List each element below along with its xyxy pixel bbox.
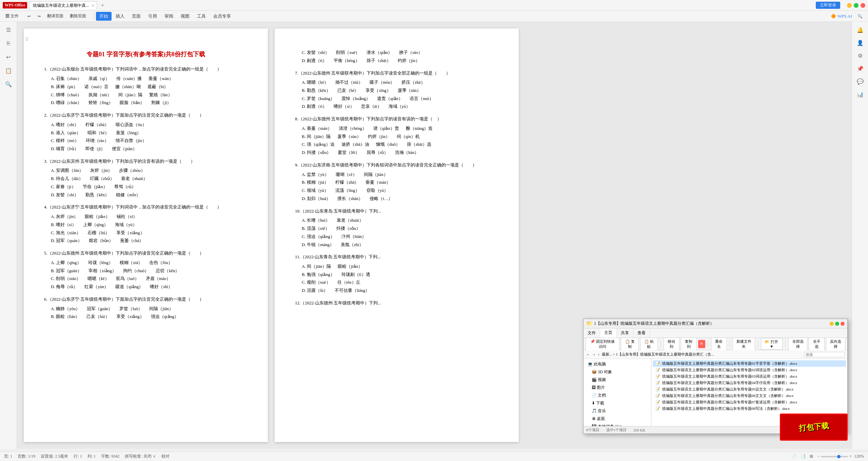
document-tab[interactable]: 统编版五年级语文上册期中真... ✕: [29, 1, 97, 9]
q2-option-b: B. 港入（qiān）唱和（hé）葱茏（lóng）: [51, 129, 248, 137]
fe-tab-view[interactable]: 查看: [633, 328, 650, 338]
fe-newfolder-btn[interactable]: 新建文件夹: [732, 338, 755, 350]
right-bell-icon[interactable]: 🔔: [855, 24, 866, 35]
menu-view[interactable]: 视图: [177, 12, 193, 21]
right-settings-icon[interactable]: ⚙: [855, 50, 866, 61]
status-proofread[interactable]: 校对: [161, 454, 170, 459]
q1-option-a: A. 召集（zhāo）亲戚（qì）传（cuān）播垂蔓（wàn）: [51, 75, 248, 83]
maximize-btn[interactable]: [854, 3, 859, 8]
fe-file-3[interactable]: 📝 统编版五年级语文上册期中真题分类汇编山东专用专题03词语运用（含解析）.do…: [653, 373, 846, 380]
fe-file-2[interactable]: 📝 统编版五年级语文上册期中真题分类汇编山东专用专题02词语运用（含解析）.do…: [653, 367, 846, 373]
fe-path-arrow-right[interactable]: →: [592, 353, 596, 357]
fe-file-3-icon: 📝: [655, 374, 660, 379]
add-tab-btn[interactable]: +: [99, 2, 106, 8]
question-12: 12.（2022·山东德州·五年级统考期中）下列...: [295, 299, 498, 307]
view-btn-single[interactable]: 📄: [791, 454, 796, 459]
fe-tree-music[interactable]: 🎵 音乐: [585, 407, 650, 415]
fe-file-8[interactable]: 📝 统编版五年级语文上册期中真题分类汇编山东专用专题08写法（含解析）.docx: [653, 405, 846, 412]
question-3: 3.（2022·山东滨州·五年级统考期中）下列加点字的注音有误的一项是（ ） A…: [44, 157, 248, 199]
zoom-thumb[interactable]: [837, 455, 841, 458]
q7-option-c: C. 罗筐（kuāng）震悼（huǎng）遣责（qiǎn）语言（nuò）: [302, 95, 498, 103]
question-7: 7.（2022·山东德州·五年级联考期中）下列加点字读音全部正确的一组是（ ） …: [295, 69, 498, 111]
fe-move-btn[interactable]: 移动到: [664, 338, 679, 350]
fe-file-1[interactable]: 📝 统编版五年级语文上册期中真题分类汇编山东专用专题01字音字形（含解析）.do…: [653, 360, 846, 367]
redo-btn[interactable]: ↪: [35, 13, 43, 20]
fe-tree-this-pc[interactable]: 💻 此电脑: [585, 360, 650, 368]
fe-tree-c-drive[interactable]: 💾 本地磁盘 (C:): [585, 423, 650, 426]
q1-option-c: C. 绑缚（chuò）执拗（niù）间（jiàn）隔繁殖（fán）: [51, 91, 248, 99]
fe-tab-share[interactable]: 共享: [617, 328, 633, 338]
login-btn[interactable]: 立即登录: [816, 2, 840, 9]
menu-reference[interactable]: 引用: [145, 12, 160, 21]
fe-path-arrow-left[interactable]: ←: [586, 353, 590, 357]
fe-tree-3d[interactable]: 📦 3D 对象: [585, 368, 650, 376]
question-11: 11.（2022·山东青岛·五年级统考期中）下列... A. 间（jiān）隔眼…: [295, 253, 498, 295]
menu-review[interactable]: 审阅: [161, 12, 177, 21]
menu-insert[interactable]: 插入: [112, 12, 128, 21]
fe-path-arrow-up[interactable]: ↑: [598, 353, 600, 357]
sidebar-paste-icon[interactable]: 📋: [3, 65, 14, 76]
minimize-btn[interactable]: [847, 3, 852, 8]
fe-close-btn[interactable]: [841, 322, 845, 326]
sidebar-search-icon[interactable]: 🔍: [3, 79, 14, 89]
menu-tools[interactable]: 工具: [194, 12, 209, 21]
fe-pin-btn[interactable]: 📌 固定到快速访问: [586, 338, 619, 350]
menu-start[interactable]: 开始: [96, 12, 112, 21]
status-spellcheck[interactable]: 拼写检查: 关闭 ∨: [125, 454, 156, 459]
fe-file-7[interactable]: 📝 统编版五年级语文上册期中真题分类汇编山东专用专题07复述运用（含解析）.do…: [653, 399, 846, 405]
fe-tree-images[interactable]: 🖼 图片: [585, 384, 650, 392]
fe-min-btn[interactable]: [830, 322, 834, 326]
fe-paste-btn[interactable]: 📋 粘贴: [640, 338, 658, 350]
sidebar-undo-icon[interactable]: ↩: [3, 52, 14, 62]
zoom-out-btn[interactable]: −: [817, 454, 820, 459]
menu-page[interactable]: 页面: [129, 12, 144, 21]
right-user-icon[interactable]: 👤: [855, 37, 866, 48]
menu-file[interactable]: ☰ 文件: [3, 12, 21, 20]
fe-tab-home[interactable]: 主页: [600, 328, 617, 338]
wps-ai-btn[interactable]: 🔶 WPS AI: [831, 14, 852, 19]
fe-item-count: 8个项目: [586, 427, 599, 433]
question-6: 6.（2022·山东济宁·五年级统考期中）下面加点字的注音完全正确的一项是（ ）…: [44, 295, 248, 321]
zoom-in-btn[interactable]: +: [849, 454, 852, 459]
fe-tree-video[interactable]: 🎬 视频: [585, 376, 650, 384]
zoom-slider[interactable]: [821, 456, 848, 457]
view-btn-grid[interactable]: ⊞: [810, 454, 813, 459]
fe-selectall-btn[interactable]: 全部选择: [788, 338, 808, 350]
fe-file-6[interactable]: 📝 统编版五年级语文上册期中真题分类汇编山东专用专题06文文文（含解析）.doc…: [653, 393, 846, 399]
sidebar-copy-icon[interactable]: ⎘: [3, 38, 14, 49]
q6-option-a: A. 幽静（yōu）冠军（guān）罗筐（luò）间隔（jiān）: [51, 305, 248, 313]
fe-file-6-name: 统编版五年级语文上册期中真题分类汇编山东专用专题06文文文（含解析）.docx: [662, 393, 793, 398]
fe-search-input[interactable]: [804, 352, 845, 357]
sidebar-nav-icon[interactable]: ☰: [3, 24, 14, 35]
right-pin-icon[interactable]: 📌: [855, 63, 866, 74]
fe-tree-docs[interactable]: 📄 文档: [585, 392, 650, 399]
search-btn[interactable]: 🔍: [855, 13, 865, 20]
fe-copy-btn[interactable]: 📋 复制: [621, 338, 638, 350]
fe-rename-btn[interactable]: 重命名: [711, 338, 727, 350]
close-btn[interactable]: [861, 3, 865, 8]
right-comment-icon[interactable]: 💬: [855, 76, 866, 87]
fe-max-btn[interactable]: [835, 322, 839, 326]
fe-file-4[interactable]: 📝 统编版五年级语文上册期中真题分类汇编山东专用专题04字仔应用（含解析）.do…: [653, 380, 846, 386]
right-chart-icon[interactable]: 📊: [855, 89, 866, 100]
undo-btn[interactable]: ↩: [25, 13, 34, 20]
fe-file-5[interactable]: 📝 统编版五年级语文上册期中真题分类汇编山东专用专题05议文文（含解析）.doc…: [653, 386, 846, 393]
q7-stem: 7.（2022·山东德州·五年级联考期中）下列加点字读音全部正确的一组是（ ）: [295, 69, 498, 78]
menu-vip[interactable]: 会员专享: [210, 12, 234, 21]
fe-delete-btn[interactable]: ✕: [698, 340, 705, 348]
delete-page-btn[interactable]: 删除页面: [67, 12, 89, 20]
fe-tab-file[interactable]: 文件: [584, 328, 600, 338]
fe-file-2-icon: 📝: [655, 368, 660, 372]
fe-tabs: 文件 主页 共享 查看: [584, 328, 847, 338]
translate-btn[interactable]: 翻译页面: [44, 12, 66, 20]
q3-stem: 3.（2022·山东滨州·五年级统考期中）下列加点字的注音有误的一项是（ ）: [44, 157, 248, 166]
fe-copyto-btn[interactable]: 复制到: [681, 338, 697, 350]
view-btn-multi[interactable]: 📑: [801, 454, 806, 459]
fe-selectnone-btn[interactable]: 全不选: [809, 338, 825, 350]
fe-tree-desktop[interactable]: 🖥 桌面: [585, 415, 650, 423]
fe-open-btn[interactable]: 📂 打开 ▼: [761, 338, 783, 350]
fe-tree-downloads[interactable]: ⬇ 下载: [585, 399, 650, 407]
download-banner[interactable]: 打包下载: [780, 414, 848, 441]
tab-close-btn[interactable]: ✕: [92, 4, 94, 7]
fe-invertsel-btn[interactable]: 反向选择: [826, 338, 845, 350]
